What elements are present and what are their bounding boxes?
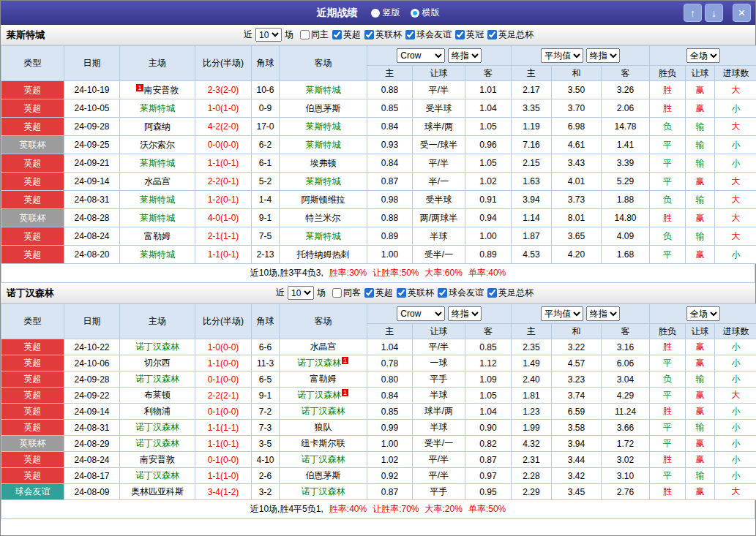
goals-result: 小 [715,246,756,264]
corners: 1-4 [252,191,280,209]
euro-home-odds: 2.15 [512,154,552,173]
handicap-result: 赢 [686,99,715,118]
handicap-result: 赢 [686,436,715,452]
subject-team-name: 诺丁汉森林 [297,390,341,400]
asian-final-select[interactable]: 终指 [448,48,482,63]
asian-home-odds: 1.00 [367,246,413,264]
score: 2-2(0-1) [195,173,252,191]
scope-header: 全场 [650,304,756,324]
asian-final-select[interactable]: 终指 [448,306,482,321]
layout-radio-vertical[interactable]: 竖版 [371,7,400,19]
filter-checkbox[interactable]: 英联杯 [397,287,434,299]
euro-draw-odds: 3.43 [552,154,602,173]
goals-result: 大 [715,118,756,136]
bookmaker-select[interactable]: Crow [397,306,445,321]
euro-away-odds: 1.72 [602,436,650,452]
asian-home-odds: 0.89 [367,227,413,246]
checkbox-input[interactable] [332,288,342,298]
team-name-text: 富勒姆 [144,231,171,241]
away-team: 狼队 [280,420,367,436]
checkbox-input[interactable] [364,288,374,298]
euro-average-select[interactable]: 平均值 [541,48,583,63]
asian-handicap: 受半球 [413,99,465,118]
away-team: 托特纳姆热刺 [280,246,367,264]
summary-stats: 胜率:40%让胜率:70%大率:20%单率:50% [329,503,506,516]
checkbox-input[interactable] [397,288,406,298]
radio-label: 竖版 [383,7,400,19]
filter-checkbox[interactable]: 英足总杯 [487,287,534,299]
col-score: 比分(半场) [195,46,252,81]
close-button[interactable]: × [733,4,751,22]
corners: 2-13 [252,246,280,264]
euro-average-select[interactable]: 平均值 [541,306,583,321]
euro-draw-odds: 3.73 [552,191,602,209]
subject-team-name: 莱斯特城 [306,140,341,150]
handicap-result: 赢 [686,388,715,404]
home-team: 阿森纳 [120,118,195,136]
checkbox-input[interactable] [300,30,310,39]
col-score: 比分(半场) [195,304,252,339]
match-date: 24-08-29 [64,436,120,452]
checkbox-input[interactable] [487,288,497,298]
asian-handicap: 一球 [413,355,465,371]
filter-checkbox[interactable]: 球会友谊 [438,287,484,299]
filter-checkbox[interactable]: 英联杯 [364,29,402,41]
away-team: 纽卡斯尔联 [280,436,367,452]
section-header-bar: 莱斯特城 近 10 场 同主英超英联杯球会友谊英冠英足总杯 [1,25,755,45]
move-down-button[interactable]: ↓ [705,4,723,22]
euro-away-odds: 4.09 [602,227,650,246]
layout-radio-horizontal[interactable]: 横版 [411,7,440,19]
euro-draw-odds: 3.22 [552,339,602,355]
checkbox-input[interactable] [455,30,465,39]
competition-badge: 英联杯 [1,209,64,227]
scope-select[interactable]: 全场 [686,48,720,63]
competition-badge: 英超 [1,452,64,468]
checkbox-input[interactable] [405,30,415,39]
sub-handicap: 让球 [686,66,715,81]
filter-checkbox[interactable]: 英足总杯 [487,29,534,41]
col-home: 主场 [120,46,195,81]
checkbox-input[interactable] [487,30,497,39]
match-count-select[interactable]: 10 [255,28,282,42]
competition-badge: 英超 [1,173,64,191]
score: 2-1(1-1) [195,227,252,246]
filter-checkbox[interactable]: 同主 [300,29,329,41]
euro-draw-odds: 3.44 [552,452,602,468]
away-team: 莱斯特城 [280,118,367,136]
title-group: 近期战绩 竖版横版 [317,7,440,20]
filter-checkbox[interactable]: 英超 [332,29,361,41]
checkbox-input[interactable] [364,30,374,39]
scope-select[interactable]: 全场 [686,306,720,321]
filter-checkbox[interactable]: 球会友谊 [405,29,452,41]
euro-final-select[interactable]: 终指 [586,306,620,321]
filter-checkbox[interactable]: 同客 [332,287,361,299]
summary-row: 近10场,胜4平5负1, 胜率:40%让胜率:70%大率:20%单率:50% [1,500,755,519]
goals-result: 大 [715,227,756,246]
corners: 10-6 [252,81,280,99]
checkbox-label: 英足总杯 [498,29,534,41]
match-date: 24-08-24 [64,452,120,468]
euro-final-select[interactable]: 终指 [586,48,620,63]
asian-handicap: 两/两球半 [413,209,465,227]
filter-checkbox[interactable]: 英冠 [455,29,484,41]
competition-badge: 英联杯 [1,436,64,452]
away-team: 诺丁汉森林 [280,404,367,420]
score: 4-0(1-0) [195,209,252,227]
corners: 0-9 [252,99,280,118]
match-count-select[interactable]: 10 [288,286,314,300]
summary-stats: 胜率:30%让胜率:50%大率:60%单率:40% [329,267,506,279]
sub-asian-home: 主 [367,66,413,81]
bookmaker-select[interactable]: Crow [397,48,445,63]
checkbox-input[interactable] [332,30,342,39]
move-up-button[interactable]: ↑ [684,4,702,22]
col-home: 主场 [120,304,195,339]
match-row: 英超 24-08-17 诺丁汉森林 1-1(1-0) 2-6 伯恩茅斯 0.92… [1,468,756,484]
euro-draw-odds: 3.50 [552,81,602,99]
asian-away-odds: 1.09 [465,371,512,388]
match-row: 英超 24-08-31 莱斯特城 1-2(0-1) 1-4 阿斯顿维拉 0.98… [1,191,756,209]
filter-checkbox[interactable]: 英超 [364,287,393,299]
checkbox-input[interactable] [438,288,447,298]
asian-away-odds: 1.12 [465,355,512,371]
asian-home-odds: 0.88 [367,209,413,227]
euro-away-odds: 4.29 [602,388,650,404]
